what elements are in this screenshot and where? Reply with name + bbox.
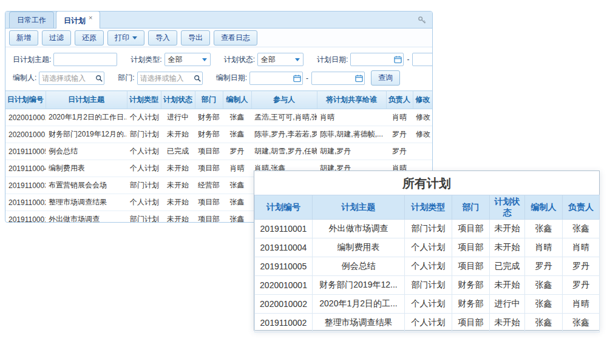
cell-creator: 张鑫 — [525, 314, 563, 332]
col-header-creator[interactable]: 编制人 — [223, 91, 251, 109]
calendar-icon[interactable] — [355, 74, 363, 82]
print-button[interactable]: 打印 — [107, 30, 144, 46]
cell-plan-id[interactable]: 2020010002 — [5, 109, 46, 126]
import-button[interactable]: 导入 — [148, 30, 177, 46]
plan-type-value: 全部 — [168, 55, 183, 65]
table-row: 2019110002 整理市场调查结果 个人计划 项目部 未开始 张鑫 张鑫 — [255, 314, 600, 332]
cell-creator: 罗丹 — [223, 143, 251, 160]
cell-status: 未开始 — [490, 314, 525, 332]
query-button[interactable]: 查询 — [371, 70, 400, 86]
plan-type-select[interactable]: 全部 — [164, 53, 211, 66]
table-row: 2020010001 财务部门2019年12... 部门计划 财务部 未开始 张… — [255, 276, 600, 295]
col-header-plan-id[interactable]: 日计划编号 — [5, 91, 46, 109]
tab-daily-work-label: 日常工作 — [17, 16, 46, 24]
plan-date-end-input[interactable] — [412, 53, 433, 66]
cell-share-with: 胡建,罗丹 — [317, 143, 386, 160]
cell-subject[interactable]: 编制费用表 — [46, 160, 127, 177]
key-icon[interactable] — [418, 16, 427, 27]
table-row: 2019110004 编制费用表 个人计划 项目部 未开始 肖晴 肖晴 — [255, 238, 600, 257]
cell-plan-id: 2019110005 — [255, 257, 313, 276]
cell-plan-id: 2019110001 — [255, 220, 313, 238]
cell-plan-id: 2020010002 — [255, 295, 313, 314]
cell-owner: 罗丹 — [563, 276, 600, 295]
col-header-participants[interactable]: 参与人 — [251, 91, 317, 109]
create-date-label: 编制日期: — [216, 73, 247, 83]
creator-input[interactable] — [39, 72, 104, 85]
cell-owner: 张鑫 — [563, 220, 600, 238]
cell-edit-link[interactable]: 修改 — [413, 109, 432, 126]
cell-plan-id[interactable]: 2019110004 — [5, 160, 46, 177]
department-label: 部门: — [118, 73, 134, 83]
cell-subject[interactable]: 财务部门2019年12月的... — [46, 126, 127, 143]
cell-owner[interactable]: 罗丹 — [386, 126, 413, 143]
cell-status: 未开始 — [490, 276, 525, 295]
export-button[interactable]: 导出 — [181, 30, 210, 46]
cell-subject[interactable]: 例会总结 — [46, 143, 127, 160]
col-header-type[interactable]: 计划类型 — [127, 91, 161, 109]
cell-plan-id[interactable]: 2019110001 — [5, 211, 46, 223]
department-input[interactable] — [137, 72, 203, 85]
cell-status: 未开始 — [161, 160, 195, 177]
cell-subject[interactable]: 整理市场调查结果 — [46, 194, 127, 211]
date-separator: - — [407, 55, 409, 64]
cell-creator: 张鑫 — [525, 276, 563, 295]
page-title: 所有计划 — [254, 171, 599, 195]
table-row[interactable]: 2020010001 财务部门2019年12月的... 部门计划 未开始 财务部… — [5, 126, 432, 143]
cell-creator: 肖晴 — [223, 160, 251, 177]
cell-type: 部门计划 — [127, 211, 161, 223]
add-button[interactable]: 新增 — [9, 30, 38, 46]
cell-department: 项目部 — [452, 238, 490, 257]
plan-status-select[interactable]: 全部 — [257, 53, 304, 66]
cell-type: 个人计划 — [405, 238, 452, 257]
col-header-edit[interactable]: 修改 — [413, 91, 432, 109]
cell-share-with: 肖晴 — [317, 109, 386, 126]
col-header-share-with[interactable]: 将计划共享给谁 — [317, 91, 386, 109]
cell-subject: 2020年1月2日的工... — [313, 295, 405, 314]
chevron-down-icon — [202, 58, 207, 61]
tab-daily-work[interactable]: 日常工作 — [9, 12, 54, 28]
cell-status: 已完成 — [490, 257, 525, 276]
view-log-button[interactable]: 查看日志 — [214, 30, 257, 46]
cell-plan-id[interactable]: 2019110003 — [5, 177, 46, 194]
cell-subject: 例会总结 — [313, 257, 405, 276]
cell-type: 个人计划 — [405, 257, 452, 276]
col-header-department[interactable]: 部门 — [195, 91, 223, 109]
cell-participants: 胡建,胡雪,罗丹,任晓... — [251, 143, 317, 160]
subject-input[interactable] — [53, 53, 117, 66]
cell-creator: 张鑫 — [223, 211, 251, 223]
tab-close-icon[interactable]: × — [89, 14, 92, 21]
search-icon[interactable] — [194, 75, 201, 82]
cell-status: 未开始 — [161, 194, 195, 211]
cell-plan-id[interactable]: 2019110005 — [5, 143, 46, 160]
cell-type: 部门计划 — [405, 276, 452, 295]
col-header-owner[interactable]: 负责人 — [386, 91, 413, 109]
calendar-icon[interactable] — [293, 74, 301, 82]
cell-participants: 陈菲,罗丹,李若若,罗... — [251, 126, 317, 143]
col-header-owner: 负责人 — [563, 195, 600, 220]
cell-plan-id: 2019110004 — [255, 238, 313, 257]
cell-plan-id[interactable]: 2020010001 — [5, 126, 46, 143]
cell-creator: 张鑫 — [525, 295, 563, 314]
calendar-icon[interactable] — [394, 56, 402, 64]
cell-subject[interactable]: 布置营销展会会场 — [46, 177, 127, 194]
search-icon[interactable] — [95, 75, 103, 82]
cell-edit-link[interactable] — [413, 143, 432, 160]
cell-creator: 张鑫 — [223, 194, 251, 211]
cell-edit-link[interactable]: 修改 — [413, 126, 432, 143]
table-row[interactable]: 2020010002 2020年1月2日的工作日... 个人计划 进行中 财务部… — [5, 109, 432, 126]
restore-button[interactable]: 还原 — [75, 30, 104, 46]
table-row: 2019110001 外出做市场调查 部门计划 项目部 未开始 张鑫 张鑫 — [255, 220, 600, 238]
cell-subject[interactable]: 外出做市场调查 — [46, 211, 127, 223]
table-row[interactable]: 2019110005 例会总结 个人计划 已完成 项目部 罗丹 胡建,胡雪,罗丹… — [5, 143, 432, 160]
cell-status: 未开始 — [161, 126, 195, 143]
cell-status: 已完成 — [161, 143, 195, 160]
col-header-status[interactable]: 计划状态 — [161, 91, 195, 109]
cell-owner[interactable]: 肖晴 — [386, 109, 413, 126]
creator-label: 编制人: — [13, 73, 36, 83]
cell-subject[interactable]: 2020年1月2日的工作日... — [46, 109, 127, 126]
cell-owner[interactable]: 罗丹 — [386, 143, 413, 160]
filter-button[interactable]: 过滤 — [42, 30, 71, 46]
cell-plan-id[interactable]: 2019110002 — [5, 194, 46, 211]
tab-daily-plan[interactable]: 日计划× — [56, 11, 100, 29]
col-header-subject[interactable]: 日计划主题 — [46, 91, 127, 109]
